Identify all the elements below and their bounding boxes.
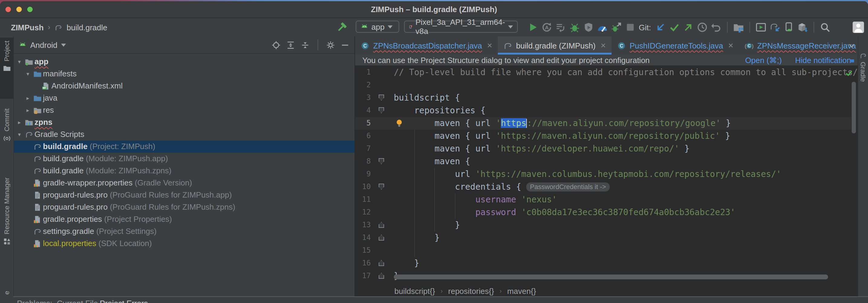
build-hammer-button[interactable] — [336, 22, 347, 33]
run-toolwindow-icon[interactable] — [755, 22, 766, 33]
fold-marker-icon[interactable] — [379, 94, 384, 101]
toolwindow-button-resource-manager[interactable]: Resource Manager — [0, 174, 13, 250]
project-view-select[interactable]: Android — [30, 40, 58, 49]
fold-marker-icon[interactable] — [379, 107, 384, 113]
titlebar[interactable]: ZIMPush – build.gradle (ZIMPush) — [0, 1, 868, 18]
fold-marker-icon[interactable] — [379, 158, 384, 164]
problems-tab-problems-[interactable]: Problems: — [17, 298, 52, 303]
tree-row-build-gradle[interactable]: build.gradle (Module: ZIMPush.zpns) — [14, 165, 354, 177]
tree-row-app[interactable]: ▾app — [14, 56, 354, 68]
horizontal-scrollbar[interactable] — [394, 275, 828, 279]
editor-tab-zpnsbroadcastdispatcher-java[interactable]: CZPNsBroadcastDispatcher.java✕ — [355, 36, 498, 55]
run-configuration-select[interactable]: app — [356, 21, 399, 33]
tree-row-gradle-properties[interactable]: gradle.properties (Project Properties) — [14, 213, 354, 225]
tree-row-gradle-scripts[interactable]: ▾Gradle Scripts — [14, 129, 354, 141]
tree-row-gradle-wrapper-properties[interactable]: gradle-wrapper.properties (Gradle Versio… — [14, 177, 354, 189]
inspections-ok-icon[interactable] — [845, 69, 853, 77]
notification-open-link[interactable]: Open (⌘;) — [745, 55, 782, 64]
chevron-down-icon[interactable] — [61, 43, 66, 46]
device-select[interactable]: Pixel_3a_API_31_arm64-v8a — [404, 21, 518, 33]
git-update-icon[interactable] — [655, 22, 666, 33]
close-icon[interactable]: ✕ — [600, 42, 606, 49]
device-manager-icon[interactable] — [783, 22, 794, 33]
breadcrumb-file[interactable]: build.gradle — [66, 23, 107, 32]
sdk-manager-icon[interactable] — [797, 22, 808, 33]
tree-row-zpns[interactable]: ▸zpns — [14, 116, 354, 129]
chevron-collapsed-icon[interactable]: ▸ — [16, 116, 22, 129]
tree-row-proguard-rules-pro[interactable]: proguard-rules.pro (ProGuard Rules for Z… — [14, 201, 354, 213]
tree-row-androidmanifest-xml[interactable]: MFAndroidManifest.xml — [14, 80, 354, 92]
breadcrumb-item[interactable]: maven{} — [507, 286, 536, 296]
gradle-sync-icon[interactable] — [769, 22, 780, 33]
code-line[interactable]: password 'c0b08da17e3ec36c3870fed674a0bc… — [394, 206, 736, 219]
close-icon[interactable]: ✕ — [487, 42, 492, 49]
git-push-icon[interactable] — [683, 22, 694, 33]
problems-tab-project-errors[interactable]: Project Errors — [100, 298, 148, 303]
code-line[interactable]: } — [394, 231, 440, 244]
run-icon[interactable] — [527, 22, 538, 33]
fold-marker-icon[interactable] — [379, 235, 384, 241]
coverage-icon[interactable] — [583, 22, 594, 33]
code-line[interactable]: maven { url 'https://developer.huawei.co… — [394, 142, 689, 155]
tree-row-proguard-rules-pro[interactable]: proguard-rules.pro (ProGuard Rules for Z… — [14, 189, 354, 201]
collapse-all-button[interactable] — [301, 40, 310, 49]
code-line[interactable]: } — [394, 219, 460, 231]
editor-tab-build-gradle-zimpush-[interactable]: build.gradle (ZIMPush)✕ — [498, 36, 611, 55]
avatar[interactable] — [852, 21, 864, 33]
code-line[interactable]: maven { url 'https://maven.aliyun.com/re… — [394, 130, 731, 142]
code-editor[interactable]: 1// Top-level build file where you can a… — [355, 66, 858, 285]
fold-marker-icon[interactable] — [379, 222, 384, 228]
rollback-icon[interactable] — [711, 22, 722, 33]
hide-panel-button[interactable] — [341, 40, 350, 49]
search-icon[interactable] — [819, 22, 831, 33]
code-line[interactable]: username 'nexus' — [394, 193, 557, 206]
fold-marker-icon[interactable] — [379, 273, 384, 279]
fold-marker-icon[interactable] — [379, 184, 384, 190]
editor-tab-pushidgeneratetools-java[interactable]: CPushIDGenerateTools.java✕ — [612, 36, 739, 55]
apply-code-changes-icon[interactable] — [555, 22, 566, 33]
fold-marker-icon[interactable] — [379, 260, 384, 266]
breadcrumb-item[interactable]: buildscript{} — [394, 286, 435, 296]
vertical-scrollbar[interactable] — [852, 82, 856, 133]
code-line[interactable]: maven { url 'https://maven.aliyun.com/re… — [394, 117, 731, 130]
tree-row-manifests[interactable]: ▾manifests — [14, 68, 354, 80]
attach-debugger-icon[interactable] — [611, 22, 622, 33]
code-line[interactable]: buildscript { — [394, 91, 460, 104]
chevron-expanded-icon[interactable]: ▾ — [25, 68, 31, 80]
code-line[interactable]: } — [394, 257, 419, 270]
toolwindow-button-project[interactable]: Project — [0, 37, 13, 99]
tree-row-settings-gradle[interactable]: settings.gradle (Project Settings) — [14, 225, 354, 238]
history-icon[interactable] — [697, 22, 708, 33]
code-line[interactable]: maven { — [394, 155, 470, 168]
profiler-icon[interactable] — [597, 22, 608, 33]
breadcrumb-project[interactable]: ZIMPush — [11, 23, 43, 32]
tree-row-local-properties[interactable]: local.properties (SDK Location) — [14, 238, 354, 250]
hidden-tabs-button[interactable] — [847, 40, 857, 50]
gradle-icon[interactable] — [860, 52, 867, 59]
stop-icon[interactable] — [625, 22, 636, 33]
code-line[interactable]: // Top-level build file where you can ad… — [394, 66, 858, 79]
breadcrumb-item[interactable]: repositories{} — [448, 286, 494, 296]
notification-hide-link[interactable]: Hide notification — [795, 55, 851, 64]
select-opened-file-button[interactable] — [272, 40, 281, 49]
problems-tab-current-file[interactable]: Current File — [57, 298, 98, 303]
chevron-collapsed-icon[interactable]: ▸ — [25, 104, 31, 116]
project-structure-icon[interactable] — [733, 22, 744, 33]
chevron-expanded-icon[interactable]: ▾ — [16, 129, 22, 141]
tree-row-build-gradle[interactable]: build.gradle (Project: ZIMPush) — [14, 141, 354, 153]
git-commit-icon[interactable] — [669, 22, 680, 33]
close-icon[interactable]: ✕ — [728, 42, 734, 49]
debug-icon[interactable] — [569, 22, 580, 33]
chevron-collapsed-icon[interactable]: ▸ — [25, 92, 31, 104]
code-line[interactable]: url 'https://maven.columbus.heytapmobi.c… — [394, 168, 781, 181]
tree-row-java[interactable]: ▸java — [14, 92, 354, 104]
tree-row-build-gradle[interactable]: build.gradle (Module: ZIMPush.app) — [14, 153, 354, 165]
code-line[interactable]: credentials { PasswordCredentials it -> — [394, 181, 610, 193]
expand-all-button[interactable] — [286, 40, 295, 49]
gradle-toolwindow-button[interactable]: Gradle — [860, 62, 867, 82]
toolwindow-button-commit[interactable]: Commit — [0, 106, 13, 158]
gear-icon[interactable] — [326, 40, 335, 49]
chevron-expanded-icon[interactable]: ▾ — [16, 56, 22, 68]
code-line[interactable]: repositories { — [394, 104, 486, 117]
tree-row-res[interactable]: ▸res — [14, 104, 354, 116]
